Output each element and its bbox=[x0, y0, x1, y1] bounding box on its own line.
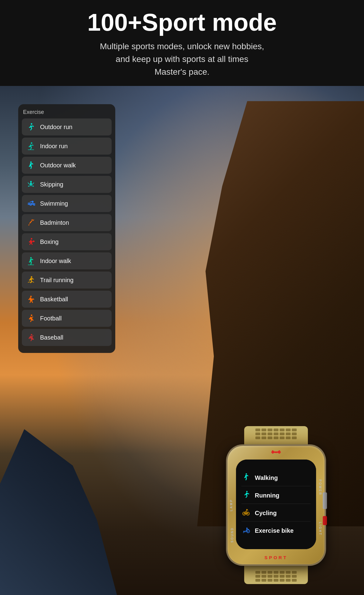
walking-icon bbox=[241, 473, 251, 483]
running-icon bbox=[241, 491, 251, 501]
svg-point-6 bbox=[33, 186, 34, 187]
list-item: Outdoor walk bbox=[22, 157, 112, 174]
watch-sport-text: SPORT bbox=[265, 555, 288, 560]
svg-point-13 bbox=[31, 276, 32, 278]
running-label: Running bbox=[255, 492, 279, 499]
list-item: Indoor run bbox=[22, 138, 112, 155]
indoor-walk-label: Indoor walk bbox=[40, 258, 71, 265]
watch-activity-cycling: Cycling bbox=[241, 505, 311, 521]
outdoor-run-icon bbox=[25, 121, 36, 132]
basketball-icon bbox=[25, 294, 36, 305]
header-section: 100+Sport mode Multiple sports modes, un… bbox=[0, 0, 364, 86]
badminton-label: Badminton bbox=[40, 219, 69, 226]
trail-running-label: Trail running bbox=[40, 277, 73, 284]
outdoor-run-label: Outdoor run bbox=[40, 124, 72, 131]
list-item: Skipping bbox=[22, 176, 112, 193]
page-title: 100+Sport mode bbox=[6, 9, 358, 36]
football-label: Football bbox=[40, 315, 62, 322]
cycling-icon bbox=[241, 508, 251, 518]
svg-point-0 bbox=[31, 123, 32, 125]
watch-case: LAMP POWER SOUND LIGHT bbox=[228, 446, 325, 564]
cycling-label: Cycling bbox=[255, 510, 277, 517]
boxing-icon bbox=[25, 236, 36, 247]
list-item: Swimming bbox=[22, 195, 112, 212]
svg-point-5 bbox=[28, 186, 29, 187]
svg-point-19 bbox=[246, 491, 248, 492]
watch-button-right[interactable] bbox=[323, 492, 327, 509]
watch-lamp-label: LAMP bbox=[230, 499, 233, 511]
watch-activity-running: Running bbox=[241, 487, 311, 504]
svg-rect-10 bbox=[32, 241, 35, 242]
indoor-run-label: Indoor run bbox=[40, 143, 68, 150]
watch-light-label: LIGHT bbox=[318, 522, 322, 536]
main-content: Exercise Outdoor run Indoor run bbox=[0, 86, 364, 595]
header-subtitle: Multiple sports modes, unlock new hobbie… bbox=[6, 40, 358, 78]
watch-screen: Walking Running bbox=[236, 460, 316, 549]
watch-logo bbox=[270, 450, 282, 456]
swimming-label: Swimming bbox=[40, 200, 68, 207]
outdoor-walk-icon bbox=[25, 160, 36, 171]
svg-point-24 bbox=[246, 509, 248, 510]
skipping-label: Skipping bbox=[40, 181, 63, 188]
list-item: Baseball bbox=[22, 329, 112, 346]
watch-body: LAMP POWER SOUND LIGHT bbox=[218, 426, 334, 584]
swimming-icon bbox=[25, 198, 36, 209]
svg-point-8 bbox=[32, 219, 33, 221]
baseball-label: Baseball bbox=[40, 334, 63, 341]
badminton-icon bbox=[25, 217, 36, 228]
list-item: Outdoor run bbox=[22, 118, 112, 135]
football-icon bbox=[25, 313, 36, 324]
svg-point-11 bbox=[30, 257, 32, 259]
list-item: Badminton bbox=[22, 214, 112, 231]
svg-point-4 bbox=[30, 181, 32, 183]
list-item: Indoor walk bbox=[22, 252, 112, 269]
svg-point-27 bbox=[246, 528, 248, 529]
watch-power-label: POWER bbox=[318, 479, 322, 495]
exercise-panel: Exercise Outdoor run Indoor run bbox=[18, 104, 115, 353]
svg-point-18 bbox=[246, 473, 247, 474]
exercise-label: Exercise bbox=[22, 109, 112, 115]
list-item: Boxing bbox=[22, 233, 112, 250]
indoor-walk-icon bbox=[25, 255, 36, 266]
list-item: Basketball bbox=[22, 291, 112, 308]
baseball-icon bbox=[25, 332, 36, 343]
svg-point-9 bbox=[31, 238, 32, 240]
svg-point-1 bbox=[31, 142, 32, 144]
indoor-run-icon bbox=[25, 141, 36, 152]
trail-running-icon bbox=[25, 275, 36, 286]
walking-label: Walking bbox=[255, 474, 278, 481]
basketball-label: Basketball bbox=[40, 296, 68, 303]
outdoor-walk-label: Outdoor walk bbox=[40, 162, 76, 169]
watch-button-right-red[interactable] bbox=[323, 516, 327, 525]
list-item: Football bbox=[22, 310, 112, 327]
exercise-bike-label: Exercise bike bbox=[255, 527, 294, 534]
list-item: Trail running bbox=[22, 272, 112, 289]
svg-point-17 bbox=[275, 451, 277, 453]
watch-activity-exercise-bike: Exercise bike bbox=[241, 523, 311, 539]
watch-container: LAMP POWER SOUND LIGHT bbox=[212, 426, 340, 593]
watch-activity-walking: Walking bbox=[241, 470, 311, 486]
watch-sound-label: SOUND bbox=[231, 527, 234, 542]
exercise-bike-icon bbox=[241, 526, 251, 536]
svg-point-3 bbox=[30, 162, 32, 163]
svg-point-15 bbox=[31, 315, 32, 316]
skipping-icon bbox=[25, 179, 36, 190]
svg-point-14 bbox=[30, 296, 32, 297]
svg-point-16 bbox=[31, 334, 32, 336]
boxing-label: Boxing bbox=[40, 238, 59, 245]
